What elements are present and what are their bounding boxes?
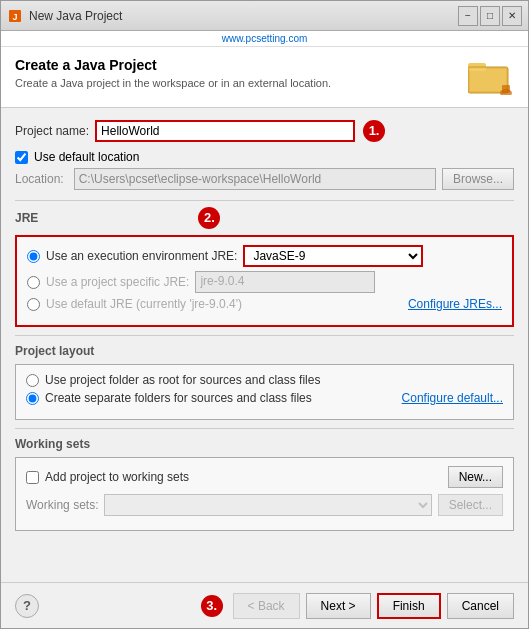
jre-option2-label[interactable]: Use a project specific JRE:: [46, 275, 189, 289]
layout-option1-row: Use project folder as root for sources a…: [26, 373, 503, 387]
layout-option2-label[interactable]: Create separate folders for sources and …: [45, 391, 402, 405]
svg-rect-7: [502, 85, 510, 93]
use-default-location-checkbox[interactable]: [15, 151, 28, 164]
layout-option2-row: Create separate folders for sources and …: [26, 391, 503, 405]
close-button[interactable]: ✕: [502, 6, 522, 26]
dialog-body: Project name: 1. Use default location Lo…: [1, 108, 528, 582]
svg-text:J: J: [12, 12, 17, 22]
jre-specific-value: jre-9.0.4: [195, 271, 375, 293]
jre-option3-radio[interactable]: [27, 298, 40, 311]
dialog-footer: ? 3. < Back Next > Finish Cancel: [1, 582, 528, 628]
title-bar: J New Java Project − □ ✕: [1, 1, 528, 31]
working-sets-label: Working sets:: [26, 498, 98, 512]
annotation-1: 1.: [363, 120, 385, 142]
layout-option1-label[interactable]: Use project folder as root for sources a…: [45, 373, 320, 387]
working-sets-box: Add project to working sets New... Worki…: [15, 457, 514, 531]
watermark-bar: www.pcsetting.com: [1, 31, 528, 47]
window-title: New Java Project: [29, 9, 450, 23]
project-layout-title: Project layout: [15, 344, 514, 358]
finish-button[interactable]: Finish: [377, 593, 441, 619]
svg-rect-5: [470, 69, 506, 91]
annotation-2: 2.: [198, 207, 220, 229]
location-label: Location:: [15, 172, 64, 186]
jre-option2-radio[interactable]: [27, 276, 40, 289]
separator-2: [15, 335, 514, 336]
java-icon: J: [7, 8, 23, 24]
jre-option3-label[interactable]: Use default JRE (currently 'jre-9.0.4'): [46, 297, 402, 311]
working-sets-title: Working sets: [15, 437, 514, 451]
folder-icon-large: [466, 57, 514, 97]
location-input[interactable]: [74, 168, 436, 190]
project-name-input[interactable]: [95, 120, 355, 142]
project-layout-section: Project layout Use project folder as roo…: [15, 344, 514, 420]
project-name-label: Project name:: [15, 124, 89, 138]
help-button[interactable]: ?: [15, 594, 39, 618]
add-working-sets-row: Add project to working sets New...: [26, 466, 503, 488]
footer-buttons: 3. < Back Next > Finish Cancel: [193, 593, 514, 619]
jre-option3-row: Use default JRE (currently 'jre-9.0.4') …: [27, 297, 502, 311]
next-button[interactable]: Next >: [306, 593, 371, 619]
dialog-subtitle: Create a Java project in the workspace o…: [15, 77, 331, 89]
add-working-sets-checkbox[interactable]: [26, 471, 39, 484]
cancel-button[interactable]: Cancel: [447, 593, 514, 619]
jre-option1-row: Use an execution environment JRE: JavaSE…: [27, 245, 502, 267]
jre-section: JRE 2. Use an execution environment JRE:…: [15, 207, 514, 327]
project-layout-box: Use project folder as root for sources a…: [15, 364, 514, 420]
working-sets-dropdown-row: Working sets: Select...: [26, 494, 503, 516]
dialog-header-left: Create a Java Project Create a Java proj…: [15, 57, 331, 89]
dialog-title: Create a Java Project: [15, 57, 331, 73]
new-button[interactable]: New...: [448, 466, 503, 488]
add-working-sets-label[interactable]: Add project to working sets: [45, 470, 442, 484]
jre-dropdown[interactable]: JavaSE-9 JavaSE-8 JavaSE-11: [243, 245, 423, 267]
separator-1: [15, 200, 514, 201]
use-default-location-label[interactable]: Use default location: [34, 150, 139, 164]
window: J New Java Project − □ ✕ www.pcsetting.c…: [0, 0, 529, 629]
maximize-button[interactable]: □: [480, 6, 500, 26]
location-row: Location: Browse...: [15, 168, 514, 190]
use-default-location-row: Use default location: [15, 150, 514, 164]
minimize-button[interactable]: −: [458, 6, 478, 26]
layout-option1-radio[interactable]: [26, 374, 39, 387]
jre-option1-radio[interactable]: [27, 250, 40, 263]
watermark-text: www.pcsetting.com: [222, 33, 308, 44]
dialog-header: Create a Java Project Create a Java proj…: [1, 47, 528, 108]
layout-option2-radio[interactable]: [26, 392, 39, 405]
project-name-row: Project name: 1.: [15, 120, 514, 142]
configure-jres-link[interactable]: Configure JREs...: [408, 297, 502, 311]
jre-section-title: JRE: [15, 211, 38, 225]
jre-option2-row: Use a project specific JRE: jre-9.0.4: [27, 271, 502, 293]
annotation-3: 3.: [201, 595, 223, 617]
select-button: Select...: [438, 494, 503, 516]
configure-default-link[interactable]: Configure default...: [402, 391, 503, 405]
jre-box: Use an execution environment JRE: JavaSE…: [15, 235, 514, 327]
jre-option1-label[interactable]: Use an execution environment JRE:: [46, 249, 237, 263]
window-controls: − □ ✕: [458, 6, 522, 26]
browse-button[interactable]: Browse...: [442, 168, 514, 190]
back-button: < Back: [233, 593, 300, 619]
working-sets-dropdown[interactable]: [104, 494, 431, 516]
separator-3: [15, 428, 514, 429]
working-sets-section: Working sets Add project to working sets…: [15, 437, 514, 531]
